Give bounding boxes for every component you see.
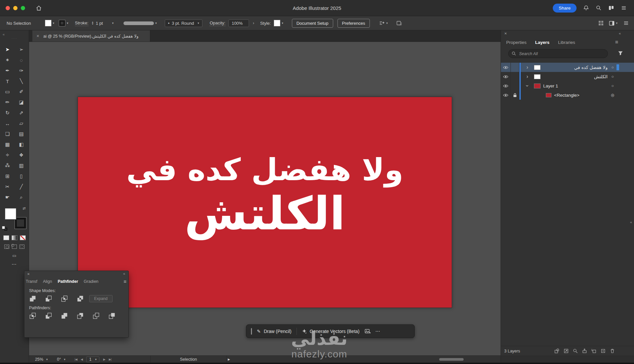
generate-vectors-button[interactable]: Generate Vectors (Beta) (302, 329, 360, 334)
search-icon[interactable] (596, 5, 602, 11)
tab-transform[interactable]: Transf (26, 279, 37, 284)
zoom-chevron-icon[interactable]: ▾ (46, 358, 48, 361)
pen-tool[interactable]: ✒ (2, 66, 13, 76)
draw-inside-button[interactable] (19, 245, 24, 249)
default-fill-stroke-icon[interactable] (2, 226, 7, 231)
lock-icon[interactable] (511, 72, 519, 81)
layer-thumbnail[interactable] (534, 74, 541, 79)
home-icon[interactable] (36, 5, 42, 11)
trim-icon[interactable] (45, 312, 52, 319)
curvature-tool[interactable]: ✑ (16, 66, 27, 76)
outline-icon[interactable] (92, 312, 100, 319)
direct-selection-tool[interactable]: ➢ (16, 45, 27, 54)
status-expand-icon[interactable]: ▶ (228, 358, 230, 361)
collect-export-icon[interactable] (582, 348, 587, 353)
collapse-panel-icon[interactable]: « (123, 272, 125, 276)
fullscreen-window-button[interactable] (21, 6, 25, 10)
new-sublayer-icon[interactable] (591, 348, 596, 353)
unite-icon[interactable] (29, 295, 36, 302)
lock-icon[interactable] (511, 90, 519, 100)
brush-chevron-icon[interactable]: ▾ (197, 21, 199, 25)
taskbar-grip[interactable] (251, 328, 252, 335)
visibility-eye-icon[interactable] (501, 90, 511, 100)
close-panel-icon[interactable]: ✕ (27, 272, 30, 276)
visibility-eye-icon[interactable] (501, 81, 511, 90)
layer-name[interactable]: Layer 1 (543, 83, 608, 88)
fill-swatch[interactable] (5, 208, 16, 219)
close-window-button[interactable] (6, 6, 10, 10)
scissors-tool[interactable]: ✂ (2, 182, 13, 192)
expand-chevron-icon[interactable]: › (521, 65, 534, 70)
layer-row[interactable]: <Rectangle>◎ (501, 90, 634, 100)
intersect-icon[interactable] (61, 295, 68, 302)
tab-gradient[interactable]: Gradien (84, 279, 98, 284)
tab-align[interactable]: Align (43, 279, 52, 284)
tab-pathfinder[interactable]: Pathfinder (58, 279, 78, 284)
preferences-button[interactable]: Preferences (337, 19, 370, 28)
draw-pencil-button[interactable]: ✎ Draw (Pencil) (257, 329, 292, 334)
tab-libraries[interactable]: Libraries (558, 40, 575, 45)
knife-tool[interactable]: ╱ (16, 182, 27, 192)
brush-definition-dropdown[interactable]: • 3 pt. Round ▾ (165, 19, 202, 27)
target-circle-icon[interactable]: ○ (608, 65, 617, 70)
locate-object-icon[interactable] (573, 348, 578, 353)
stroke-profile-preview[interactable] (123, 21, 154, 25)
blend-tool[interactable]: ❖ (16, 150, 27, 160)
swap-fill-stroke-icon[interactable]: ⇄ (22, 206, 25, 211)
workspace-switcher-icon[interactable] (598, 20, 604, 26)
layer-thumbnail[interactable] (534, 65, 541, 70)
lasso-tool[interactable]: ◌ (16, 55, 27, 65)
panel-dock-chevron-icon[interactable]: ▾ (616, 21, 617, 25)
slice-tool[interactable]: ▯ (16, 171, 27, 181)
next-artboard-button[interactable]: ▶ (103, 358, 105, 361)
crop-icon[interactable] (77, 312, 84, 319)
document-setup-button[interactable]: Document Setup (292, 19, 333, 28)
layer-row[interactable]: ›ولا هفضل كده في○ (501, 63, 634, 72)
pencil-tool[interactable]: ✏ (2, 97, 13, 107)
select-similar-chevron-icon[interactable]: ▾ (386, 21, 388, 25)
color-button[interactable] (3, 235, 9, 240)
edit-toolbar-button[interactable]: ••• (12, 263, 17, 266)
workspace-columns-icon[interactable] (608, 5, 614, 11)
collapse-toolbar-icon[interactable]: « (3, 32, 5, 36)
notifications-bell-icon[interactable] (583, 5, 589, 11)
layer-thumbnail[interactable] (546, 93, 551, 97)
tab-layers[interactable]: Layers (535, 40, 550, 45)
paintbrush-tool[interactable]: ✐ (16, 87, 27, 97)
artboard-chevron-icon[interactable]: ▾ (95, 358, 97, 361)
selection-tool[interactable]: ➤ (2, 45, 13, 54)
rotation-chevron-icon[interactable]: ▾ (64, 358, 66, 361)
app-menu-icon[interactable] (621, 5, 627, 11)
select-similar-icon[interactable] (379, 20, 385, 26)
hand-tool[interactable]: ☛ (2, 192, 13, 202)
layer-thumbnail[interactable] (534, 83, 541, 88)
type-tool[interactable]: T (2, 76, 13, 86)
eyedropper-tool[interactable]: ✧ (2, 150, 13, 160)
controlbar-menu-icon[interactable] (623, 21, 629, 25)
close-tab-icon[interactable]: ✕ (36, 34, 39, 38)
expand-button[interactable]: Expand (89, 295, 113, 302)
draw-behind-button[interactable] (12, 245, 17, 249)
target-circle-icon[interactable]: ○ (608, 83, 617, 88)
minimize-window-button[interactable] (13, 6, 18, 10)
stroke-label[interactable]: Stroke: (75, 20, 88, 26)
rotation-dropdown[interactable]: 0°▾ (57, 357, 65, 362)
opacity-field[interactable]: 100% (229, 19, 249, 27)
rectangle-tool[interactable]: ▭ (2, 87, 13, 97)
free-transform-tool[interactable]: ▱ (16, 118, 27, 128)
visibility-eye-icon[interactable] (501, 72, 511, 81)
stroke-weight-value[interactable]: 1 pt (96, 21, 103, 26)
width-tool[interactable]: ↔ (2, 118, 13, 128)
opacity-label[interactable]: Opacity: (210, 20, 226, 26)
zoom-tool[interactable]: ⌕ (16, 192, 27, 202)
symbol-sprayer-tool[interactable]: ⁂ (2, 161, 13, 171)
stroke-swatch[interactable] (15, 217, 26, 229)
profile-chevron-icon[interactable]: ▾ (155, 21, 157, 25)
fill-color-swatch[interactable] (45, 20, 52, 26)
minus-back-icon[interactable] (108, 312, 116, 319)
layer-row[interactable]: ›الكلتش○ (501, 72, 634, 81)
panel-menu-icon[interactable]: ≡ (615, 39, 618, 45)
screen-mode-button[interactable]: ▭ (12, 253, 16, 258)
opacity-more-chevron-icon[interactable]: › (253, 21, 254, 25)
shape-builder-tool[interactable]: ❏ (2, 129, 13, 139)
